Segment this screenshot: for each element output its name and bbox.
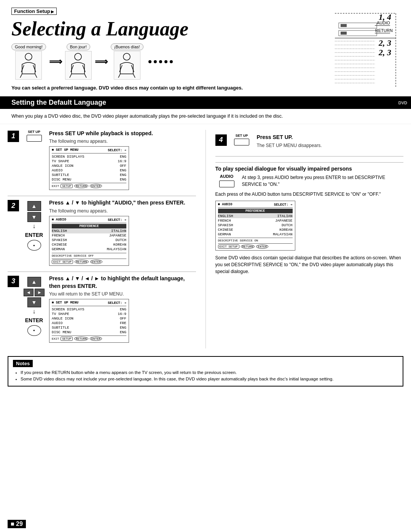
step-4: 4 SET UP Press SET UP. The SET UP MENU d…	[215, 134, 404, 151]
audio-button[interactable]	[219, 181, 234, 187]
step-number-2: 2	[8, 200, 19, 211]
person-figure-3	[114, 51, 140, 80]
svg-point-3	[75, 53, 81, 60]
special-dialogue-section: To play special dialogue for visually im…	[215, 162, 404, 275]
left-arrow-button[interactable]: ◄	[24, 289, 33, 296]
descriptive-service-text: Each press of the AUDIO button turns DES…	[215, 191, 404, 198]
enter-button-3[interactable]: ●	[27, 325, 41, 336]
note-item-1: If you press the RETURN button while a m…	[21, 369, 398, 376]
intro-text: When you play a DVD video disc, the DVD …	[0, 109, 411, 124]
step-number-1: 1	[8, 131, 19, 142]
person-figure-1	[15, 51, 42, 80]
step-1: 1 SET UP Press SET UP while playback is …	[8, 130, 196, 190]
function-setup-label: Function Setup	[11, 8, 57, 15]
step2-menu: ■ AUDIO SELECT: ➔ PREFERENCE ENGLISHITAL…	[49, 216, 129, 266]
audio-label: AUDIO	[220, 174, 233, 179]
svg-line-2	[35, 74, 37, 78]
svg-line-7	[118, 74, 120, 78]
up-arrow-button-3[interactable]: ▲	[27, 277, 41, 287]
svg-rect-17	[341, 32, 347, 35]
page-number: ■ 29	[8, 520, 26, 528]
arrow-down-icon: ↓	[33, 223, 36, 229]
dots-row	[148, 60, 173, 63]
enter-label-3: ENTER	[25, 317, 43, 323]
special-title: To play special dialogue for visually im…	[215, 166, 404, 172]
step4-title: Press SET UP.	[257, 134, 404, 141]
description-text: You can select a preferred language. DVD…	[11, 84, 308, 92]
up-arrow-button[interactable]: ▲	[27, 201, 41, 211]
language-illustration: Good morning! ⟹	[11, 43, 308, 80]
page-title: Selecting a Language	[11, 18, 308, 40]
step2-title: Press ▲ / ▼ to highlight "AUDIO," then p…	[49, 199, 196, 207]
down-arrow-button[interactable]: ▼	[27, 212, 41, 222]
svg-line-8	[133, 74, 135, 78]
arrow-down-icon-3: ↓	[33, 308, 36, 315]
enter-label-2: ENTER	[25, 232, 43, 238]
section-header: Setting the Default Language DVD	[0, 96, 411, 109]
svg-text:RETURN: RETURN	[375, 28, 393, 33]
step3-title: Press ▲ / ▼ / ◄ / ► to highlight the def…	[49, 275, 196, 290]
setup-label-4: SET UP	[236, 134, 248, 137]
svg-line-1	[20, 74, 22, 78]
step1-menu: ■ SET UP MENU SELECT: ➔ SCREEN DISPLAYSE…	[49, 146, 129, 190]
svg-text:2, 3: 2, 3	[378, 48, 391, 57]
step-2: 2 ▲ ▼ ↓ ENTER ● Press ▲ / ▼ to highlight…	[8, 199, 196, 266]
audio-step-text: At step 3, press AUDIO before you press …	[242, 174, 404, 188]
speech-bubble-2: Bon jour!	[67, 43, 90, 50]
step1-title: Press SET UP while playback is stopped.	[49, 130, 196, 137]
step-number-4: 4	[215, 134, 227, 146]
step3-sub: You will return to the SET UP MENU.	[49, 291, 196, 297]
notes-list: If you press the RETURN button while a m…	[13, 369, 398, 383]
step-number-3: 3	[8, 276, 19, 287]
preference-label-2: PREFERENCE	[52, 224, 126, 228]
enter-button-2[interactable]: ●	[27, 240, 41, 251]
step2-sub: The following menu appears.	[49, 208, 196, 214]
svg-point-6	[123, 53, 130, 60]
special-menu: ■ AUDIO SELECT: ➔ PREFERENCE ENGLISHITAL…	[215, 201, 295, 251]
person-figure-2	[65, 51, 92, 80]
notes-section: Notes If you press the RETURN button whi…	[8, 356, 403, 387]
svg-text:2, 3: 2, 3	[378, 38, 391, 48]
step4-sub: The SET UP MENU disappears.	[257, 143, 404, 148]
step3-menu: ■ SET UP MENU SELECT: ➔ SCREEN DISPLAYSE…	[49, 299, 129, 343]
svg-line-5	[84, 74, 86, 78]
step-3: 3 ▲ ◄ ► ▼ ↓ ENTER ● Press ▲ / ▼ / ◄ / ► …	[8, 275, 196, 343]
right-arrow-button[interactable]: ►	[35, 289, 45, 296]
audio-step: AUDIO At step 3, press AUDIO before you …	[215, 174, 404, 188]
setup-label-1: SET UP	[28, 130, 40, 134]
notes-header: Notes	[13, 360, 33, 367]
setup-button-1[interactable]	[27, 135, 42, 142]
remote-diagram: 1, 4 AUDIO RETURN	[316, 11, 400, 93]
speech-bubble-3: ¡Buenos días!	[111, 43, 143, 50]
down-arrow-button-3[interactable]: ▼	[27, 297, 41, 307]
arrow-2: ⟹	[95, 56, 108, 67]
svg-point-0	[25, 53, 32, 60]
special-para2: Some DVD video discs contain special dia…	[215, 254, 404, 275]
preference-label-special: PREFERENCE	[218, 209, 293, 213]
speech-bubble-1: Good morning!	[11, 43, 46, 50]
svg-text:AUDIO: AUDIO	[377, 21, 390, 25]
svg-rect-13	[341, 24, 347, 27]
arrow-1: ⟹	[49, 56, 62, 67]
note-item-2: Some DVD video discs may not include you…	[21, 376, 398, 382]
step1-sub: The following menu appears.	[49, 139, 196, 144]
setup-button-4[interactable]	[234, 139, 249, 145]
svg-line-4	[70, 74, 72, 78]
